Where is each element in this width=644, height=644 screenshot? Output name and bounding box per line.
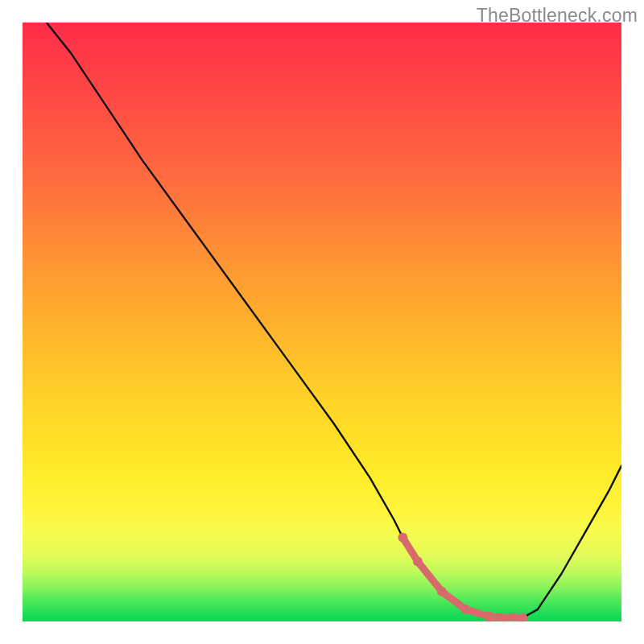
- chart-stage: TheBottleneck.com: [0, 0, 644, 644]
- highlight-dots-group: [398, 533, 527, 621]
- watermark-text: TheBottleneck.com: [477, 5, 638, 27]
- highlight-dot: [413, 557, 423, 567]
- highlight-dot: [437, 587, 447, 597]
- highlight-dot: [461, 605, 471, 614]
- curve-line: [47, 23, 621, 618]
- plot-area: [23, 23, 621, 621]
- highlight-dot: [398, 533, 407, 543]
- chart-overlay-svg: [23, 23, 621, 621]
- highlight-dot: [485, 612, 494, 621]
